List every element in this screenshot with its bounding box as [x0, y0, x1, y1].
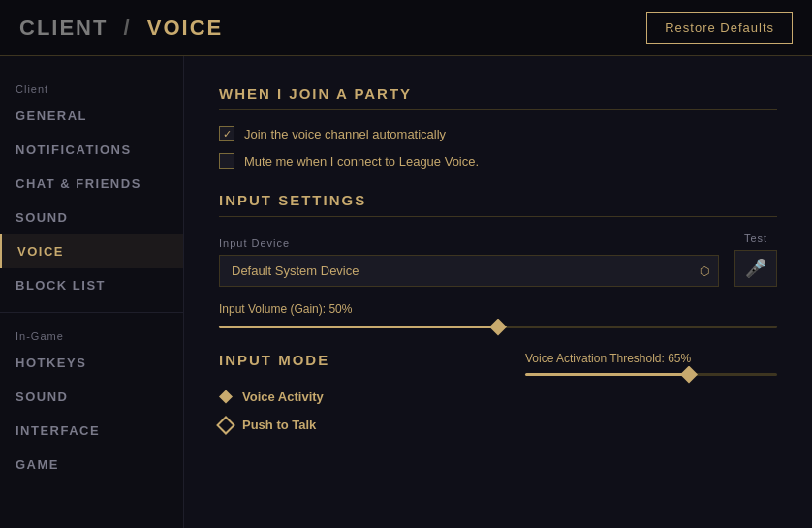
sidebar-item-chat-friends[interactable]: CHAT & FRIENDS	[0, 167, 183, 201]
radio-row-push-to-talk[interactable]: Push to Talk	[219, 418, 777, 432]
threshold-label: Voice Activation Threshold: 65%	[525, 352, 777, 365]
main-content: WHEN I JOIN A PARTY Join the voice chann…	[184, 56, 812, 528]
party-section-heading: WHEN I JOIN A PARTY	[219, 85, 777, 110]
restore-defaults-button[interactable]: Restore Defaults	[646, 12, 793, 44]
volume-slider-thumb[interactable]	[489, 319, 507, 336]
page-title: CLIENT / VOICE	[19, 16, 223, 41]
radio-push-to-talk-label: Push to Talk	[242, 418, 316, 432]
voice-label: VOICE	[147, 16, 223, 40]
sidebar-item-sound-ig[interactable]: SOUND	[0, 380, 183, 414]
input-mode-header: INPUT MODE Voice Activation Threshold: 6…	[219, 352, 777, 376]
sidebar-item-game[interactable]: GAME	[0, 448, 183, 481]
threshold-col: Voice Activation Threshold: 65%	[525, 352, 777, 376]
microphone-icon: 🎤	[745, 258, 766, 279]
client-label: CLIENT	[19, 16, 108, 40]
sidebar-item-interface[interactable]: INTERFACE	[0, 414, 183, 448]
sidebar: Client GENERAL NOTIFICATIONS CHAT & FRIE…	[0, 56, 184, 528]
checkbox-row-auto-join[interactable]: Join the voice channel automatically	[219, 126, 777, 141]
device-label: Input Device	[219, 237, 719, 249]
device-input-group: Input Device Default System Device ⬡	[219, 237, 719, 287]
volume-slider-track[interactable]	[219, 326, 777, 328]
checkbox-row-mute[interactable]: Mute me when I connect to League Voice.	[219, 153, 777, 169]
checkbox-mute[interactable]	[219, 153, 234, 169]
sidebar-item-notifications[interactable]: NOTIFICATIONS	[0, 133, 183, 167]
sidebar-divider	[0, 312, 183, 313]
body-layout: Client GENERAL NOTIFICATIONS CHAT & FRIE…	[0, 56, 812, 528]
checkbox-mute-label: Mute me when I connect to League Voice.	[244, 154, 479, 169]
radio-row-voice-activity[interactable]: Voice Activity	[219, 389, 777, 404]
threshold-slider-track[interactable]	[525, 373, 777, 376]
sidebar-item-voice[interactable]: VOICE	[0, 234, 183, 268]
sidebar-item-sound[interactable]: SOUND	[0, 201, 183, 234]
volume-label: Input Volume (Gain): 50%	[219, 302, 777, 316]
radio-diamond-filled-icon	[219, 390, 233, 404]
input-settings-heading: INPUT SETTINGS	[219, 192, 777, 217]
test-col: Test 🎤	[734, 233, 777, 287]
slash-separator: /	[124, 16, 132, 40]
sidebar-item-hotkeys[interactable]: HOTKEYS	[0, 346, 183, 380]
sidebar-client-group: Client	[0, 76, 183, 99]
device-row: Input Device Default System Device ⬡ Tes…	[219, 233, 777, 287]
radio-diamond-empty-icon	[216, 416, 235, 435]
checkbox-auto-join[interactable]	[219, 126, 234, 141]
sidebar-item-block-list[interactable]: BLOCK LIST	[0, 268, 183, 302]
device-select-wrapper: Default System Device ⬡	[219, 255, 719, 287]
radio-voice-activity-label: Voice Activity	[242, 389, 324, 404]
threshold-slider-thumb[interactable]	[680, 366, 698, 384]
sidebar-item-general[interactable]: GENERAL	[0, 99, 183, 133]
volume-row: Input Volume (Gain): 50%	[219, 302, 777, 328]
test-label: Test	[744, 233, 767, 244]
test-button[interactable]: 🎤	[734, 250, 777, 287]
sidebar-ingame-group: In-Game	[0, 323, 183, 346]
input-settings-section: INPUT SETTINGS Input Device Default Syst…	[219, 192, 777, 328]
input-mode-heading: INPUT MODE	[219, 352, 329, 376]
input-mode-section: INPUT MODE Voice Activation Threshold: 6…	[219, 352, 777, 432]
checkbox-auto-join-label: Join the voice channel automatically	[244, 127, 446, 141]
device-select[interactable]: Default System Device	[219, 255, 719, 287]
header: CLIENT / VOICE Restore Defaults	[0, 0, 812, 56]
